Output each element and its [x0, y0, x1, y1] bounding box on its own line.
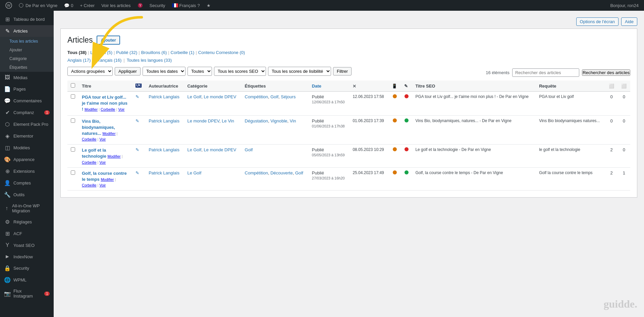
- row-author-2[interactable]: Patrick Langlais: [145, 145, 184, 167]
- view-posts-link[interactable]: Voir les articles: [99, 0, 133, 11]
- lang-toutes[interactable]: Toutes les langues (33): [127, 58, 172, 63]
- sidebar-item-security[interactable]: 🔒 Security: [0, 262, 54, 274]
- tag-link[interactable]: Compétition: [245, 94, 268, 99]
- view-link-3[interactable]: Voir: [99, 183, 106, 187]
- filter-le-mien[interactable]: Le mien (5): [90, 50, 112, 55]
- submenu-all-articles[interactable]: Tous les articles: [0, 37, 54, 46]
- sidebar-item-articles[interactable]: ✎ Articles: [0, 25, 54, 37]
- view-link-0[interactable]: Voir: [118, 107, 124, 111]
- submenu-add-article[interactable]: Ajouter: [0, 46, 54, 54]
- filter-brouillons[interactable]: Brouillons (6): [141, 50, 167, 55]
- tag-link[interactable]: Golf: [295, 170, 303, 175]
- row-checkbox-0[interactable]: [67, 92, 78, 116]
- comments-icon[interactable]: 💬 0: [61, 0, 76, 11]
- cat-filter-select[interactable]: Toutes: [187, 67, 212, 76]
- star-icon[interactable]: ★: [204, 0, 213, 11]
- cat-link[interactable]: Le monde DPEV: [187, 118, 219, 123]
- tag-link[interactable]: Golf: [245, 147, 253, 152]
- search-button[interactable]: Rechercher des articles: [582, 69, 630, 76]
- aide-button[interactable]: Aide: [621, 17, 637, 26]
- row-check-0[interactable]: [71, 94, 75, 99]
- sidebar-item-extensions[interactable]: ⊕ Extensions: [0, 165, 54, 177]
- cat-link[interactable]: Le Golf: [187, 94, 201, 99]
- view-link-1[interactable]: Voir: [99, 137, 106, 141]
- tag-link[interactable]: Golf: [270, 94, 278, 99]
- row-check-3[interactable]: [71, 170, 75, 175]
- language-selector[interactable]: Français ?: [169, 0, 203, 11]
- tag-link[interactable]: Séjours: [281, 94, 296, 99]
- row-author-1[interactable]: Patrick Langlais: [145, 115, 184, 145]
- row-checkbox-2[interactable]: [67, 145, 78, 167]
- sidebar-item-pages[interactable]: 📄 Pages: [0, 83, 54, 95]
- sidebar-item-wpml[interactable]: 🌐 WPML: [0, 274, 54, 286]
- cat-link[interactable]: Le Golf: [187, 147, 201, 152]
- trash-link-3[interactable]: Corbeille: [82, 183, 96, 187]
- edit-link-2[interactable]: Modifier: [108, 154, 121, 158]
- cat-link[interactable]: Le Vin: [222, 118, 234, 123]
- filter-corbeille[interactable]: Corbeille (1): [171, 50, 195, 55]
- view-link-2[interactable]: Voir: [99, 160, 106, 164]
- seo-filter-select[interactable]: Tous les scores SEO: [214, 67, 266, 76]
- yoast-icon[interactable]: Y: [135, 0, 146, 11]
- apply-button[interactable]: Appliquer: [115, 67, 141, 75]
- cat-link[interactable]: Le monde DPEV: [204, 147, 236, 152]
- security-adminbar-link[interactable]: Security: [147, 0, 168, 11]
- row-author-0[interactable]: Patrick Langlais: [145, 92, 184, 116]
- screen-options-button[interactable]: Options de l'écran: [576, 17, 619, 26]
- edit-link-3[interactable]: Modifier: [101, 177, 114, 181]
- trash-link-2[interactable]: Corbeille: [82, 160, 96, 164]
- row-edit-icon-1[interactable]: ✎: [132, 115, 145, 145]
- sidebar-item-indexnow[interactable]: ► IndexNow: [0, 251, 54, 262]
- lang-francais[interactable]: Français (16): [96, 58, 122, 63]
- tag-link[interactable]: Vignoble: [270, 118, 287, 123]
- bulk-actions-select[interactable]: Actions groupées: [67, 67, 113, 76]
- row-edit-icon-3[interactable]: ✎: [132, 167, 145, 190]
- tag-link[interactable]: Vin: [290, 118, 296, 123]
- sidebar-item-models[interactable]: ◫ Modèles: [0, 142, 54, 154]
- date-filter-select[interactable]: Toutes les dates: [143, 67, 185, 76]
- filter-cornestone[interactable]: Contenu Cornestone (0): [198, 50, 245, 55]
- lang-anglais[interactable]: Anglais (17): [67, 58, 91, 63]
- row-checkbox-1[interactable]: [67, 115, 78, 145]
- sidebar-item-flux-instagram[interactable]: 📷 Flux Instagram 1: [0, 286, 54, 301]
- trash-link-1[interactable]: Corbeille: [82, 137, 96, 141]
- sidebar-item-appearance[interactable]: 🎨 Apparence: [0, 154, 54, 165]
- row-edit-icon-2[interactable]: ✎: [132, 145, 145, 167]
- edit-link-1[interactable]: Modifier: [102, 131, 115, 136]
- row-edit-icon-0[interactable]: ✎: [132, 92, 145, 116]
- create-button[interactable]: + Créer: [77, 0, 97, 11]
- wp-logo[interactable]: W: [3, 0, 15, 11]
- add-article-button[interactable]: Ajouter: [97, 36, 120, 45]
- row-check-2[interactable]: [71, 147, 75, 152]
- select-all-checkbox[interactable]: [71, 83, 75, 88]
- sidebar-item-tools[interactable]: 🔧 Outils: [0, 189, 54, 201]
- tag-link[interactable]: Compétition: [245, 170, 268, 175]
- row-author-3[interactable]: Patrick Langlais: [145, 167, 184, 190]
- col-date[interactable]: Date: [309, 81, 350, 92]
- submenu-tags[interactable]: Étiquettes: [0, 63, 54, 72]
- sidebar-item-acf[interactable]: ⊞ ACF: [0, 228, 54, 240]
- sidebar-item-aio-migration[interactable]: ↑ All-in-One WP Migration: [0, 201, 54, 216]
- filter-button[interactable]: Filtrer: [333, 67, 352, 75]
- site-name[interactable]: De Par en Vigne: [16, 0, 60, 11]
- sidebar-item-comptes[interactable]: 👤 Comptes: [0, 177, 54, 189]
- row-check-1[interactable]: [71, 118, 75, 123]
- post-title-link-2[interactable]: Le golf et la technologie: [82, 148, 106, 159]
- sidebar-item-yoast[interactable]: Y Yoast SEO: [0, 240, 54, 251]
- search-input[interactable]: [512, 68, 579, 77]
- trash-link-0[interactable]: Corbeille: [101, 107, 115, 111]
- sidebar-item-dashboard[interactable]: ⊞ Tableau de bord: [0, 13, 54, 25]
- tag-link[interactable]: Dégustation: [245, 118, 268, 123]
- sidebar-item-elementpack[interactable]: ⬡ Element Pack Pro: [0, 118, 54, 130]
- sidebar-item-reglages[interactable]: ⚙ Réglages: [0, 216, 54, 228]
- tag-link[interactable]: Découverte: [270, 170, 292, 175]
- cat-link[interactable]: Le Golf: [187, 170, 201, 175]
- filter-publie[interactable]: Publié (32): [116, 50, 137, 55]
- greeting[interactable]: Bonjour, ron24: [607, 0, 641, 11]
- cat-link[interactable]: Le monde DPEV: [204, 94, 236, 99]
- readability-filter-select[interactable]: Tous les scores de lisibilité: [268, 67, 331, 76]
- edit-link-0[interactable]: Modifier: [85, 107, 98, 111]
- row-checkbox-3[interactable]: [67, 167, 78, 190]
- sidebar-item-elementor[interactable]: ◈ Elementor: [0, 130, 54, 142]
- sidebar-item-media[interactable]: 🖼 Médias: [0, 72, 54, 83]
